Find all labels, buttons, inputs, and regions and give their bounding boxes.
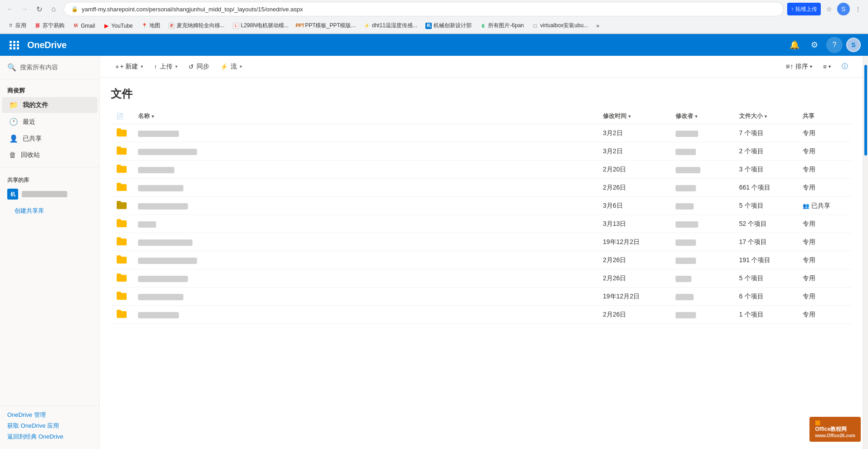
row-modifier-cell: [670, 197, 734, 215]
view-button[interactable]: ≡ ▾: [819, 61, 834, 72]
sidebar-item-recycle[interactable]: 🗑 回收站: [2, 147, 98, 163]
bookmark-dht11[interactable]: ⚡ dht11温湿度传感...: [360, 20, 421, 32]
file-name[interactable]: [138, 149, 197, 155]
row-modified-cell: 2月20日: [597, 161, 670, 179]
file-name[interactable]: [138, 203, 188, 210]
notification-button[interactable]: 🔔: [786, 37, 803, 53]
row-checkbox-cell: [111, 288, 133, 306]
scrollbar-track[interactable]: [863, 56, 868, 449]
row-name-cell[interactable]: [133, 288, 597, 306]
bookmark-gmail[interactable]: M Gmail: [69, 20, 99, 32]
table-row[interactable]: 3月13日 52 个项目 专用: [111, 215, 852, 233]
bookmark-suning[interactable]: 苏 苏宁易购: [31, 20, 68, 32]
size-sort-icon: ▾: [764, 114, 767, 119]
file-name[interactable]: [138, 239, 192, 246]
gmail-icon: M: [73, 23, 79, 29]
info-button[interactable]: ⓘ: [838, 61, 852, 73]
refresh-button[interactable]: ↻: [33, 3, 45, 15]
back-button[interactable]: ←: [4, 3, 16, 15]
row-name-cell[interactable]: [133, 306, 597, 324]
row-name-cell[interactable]: [133, 179, 597, 197]
row-name-cell[interactable]: [133, 269, 597, 288]
folder-type-icon: [116, 182, 127, 191]
col-header-modified[interactable]: 修改时间 ▾: [597, 108, 670, 124]
sidebar-get-app-link[interactable]: 获取 OneDrive 应用: [7, 420, 92, 431]
sync-button[interactable]: ↺ 同步: [184, 60, 214, 73]
forward-button[interactable]: →: [18, 3, 31, 15]
table-row[interactable]: 2月26日 661 个项目 专用: [111, 179, 852, 197]
file-name[interactable]: [138, 276, 188, 282]
row-name-cell[interactable]: [133, 215, 597, 233]
create-library-link[interactable]: 创建共享库: [7, 204, 51, 218]
file-name[interactable]: [138, 294, 183, 300]
row-name-cell[interactable]: [133, 161, 597, 179]
sort-button[interactable]: ≡↑ 排序 ▾: [782, 61, 815, 73]
table-header-row: 📄 名称 ▾ 修改时间 ▾: [111, 108, 852, 124]
row-name-cell[interactable]: [133, 233, 597, 251]
avatar[interactable]: S: [846, 38, 861, 52]
bookmark-l298n[interactable]: L L298N电机驱动模...: [229, 20, 292, 32]
home-button[interactable]: ⌂: [47, 3, 60, 15]
col-header-name[interactable]: 名称 ▾: [133, 108, 597, 124]
menu-button[interactable]: ⋮: [852, 3, 864, 15]
sidebar-shared-label: 已共享: [23, 135, 42, 143]
folder-type-icon: [116, 273, 127, 282]
row-name-cell[interactable]: [133, 197, 597, 215]
sidebar-item-myfiles[interactable]: 📁 我的文件: [2, 97, 98, 113]
table-row[interactable]: 2月26日 5 个项目 专用: [111, 269, 852, 288]
office-badge[interactable]: 🟧 Office教程网 www.Office26.com: [809, 417, 861, 442]
table-row[interactable]: 3月2日 7 个项目 专用: [111, 124, 852, 142]
bookmark-jx[interactable]: 机 机械创新设计部: [422, 20, 475, 32]
file-name[interactable]: [138, 312, 179, 318]
file-name[interactable]: [138, 258, 197, 264]
col-header-checkbox[interactable]: 📄: [111, 108, 133, 124]
sidebar-classic-link[interactable]: 返回到经典 OneDrive: [7, 431, 92, 442]
sync-icon: ↺: [188, 63, 194, 70]
flow-button[interactable]: ⚡ 流 ▾: [216, 60, 247, 73]
col-header-modifier[interactable]: 修改者 ▾: [670, 108, 734, 124]
table-row[interactable]: 19年12月2日 17 个项目 专用: [111, 233, 852, 251]
row-name-cell[interactable]: [133, 124, 597, 142]
tuya-upload-button[interactable]: ↑ 拓维上传: [787, 3, 821, 15]
row-name-cell[interactable]: [133, 142, 597, 161]
file-name[interactable]: [138, 167, 174, 173]
bookmark-maps[interactable]: 📍 地图: [138, 20, 164, 32]
file-name[interactable]: [138, 221, 156, 228]
folder-icon: 📁: [9, 101, 18, 109]
waffle-menu-button[interactable]: [7, 38, 22, 52]
table-row[interactable]: 3月2日 2 个项目 专用: [111, 142, 852, 161]
office-badge-line2: www.Office26.com: [815, 433, 855, 438]
col-header-size[interactable]: 文件大小 ▾: [734, 108, 797, 124]
bookmark-youtube[interactable]: ▶ YouTube: [99, 20, 136, 32]
bookmark-vbox[interactable]: □ virtualbox安装ubu...: [528, 20, 592, 32]
bookmark-ppt[interactable]: PPT PPT模板_PPT模版...: [293, 20, 359, 32]
file-name[interactable]: [138, 185, 183, 191]
bookmark-button[interactable]: ☆: [823, 3, 835, 15]
folder-type-icon: [116, 237, 127, 246]
table-row[interactable]: 19年12月2日 6 个项目 专用: [111, 288, 852, 306]
sidebar-item-shared[interactable]: 👤 已共享: [2, 131, 98, 146]
upload-button[interactable]: ↑ 上传 ▾: [149, 60, 182, 73]
bookmark-meco[interactable]: 麦 麦克纳姆轮全向移...: [165, 20, 228, 32]
help-button[interactable]: ?: [826, 37, 843, 53]
profile-button[interactable]: S: [837, 3, 850, 15]
search-box[interactable]: 🔍 搜索所有内容: [0, 59, 99, 75]
table-row[interactable]: 3月6日 5 个项目 👥 已共享: [111, 197, 852, 215]
bookmark-photos[interactable]: 6 所有图片-6pan: [476, 20, 528, 32]
shared-library-item[interactable]: 机: [0, 186, 99, 202]
file-name[interactable]: [138, 131, 179, 137]
row-name-cell[interactable]: [133, 251, 597, 269]
row-modified-cell: 2月26日: [597, 306, 670, 324]
scrollbar-thumb[interactable]: [864, 65, 867, 156]
address-bar[interactable]: 🔒 yamff-my.sharepoint.com/personal/shang…: [64, 2, 784, 16]
settings-button[interactable]: ⚙: [806, 37, 823, 53]
table-row[interactable]: 2月26日 191 个项目 专用: [111, 251, 852, 269]
bookmark-more[interactable]: »: [592, 20, 603, 32]
table-row[interactable]: 2月20日 3 个项目 专用: [111, 161, 852, 179]
sidebar-manage-link[interactable]: OneDrive 管理: [7, 410, 92, 420]
onedrive-logo: OneDrive: [27, 40, 67, 50]
sidebar-item-recent[interactable]: 🕐 最近: [2, 114, 98, 130]
bookmark-apps[interactable]: ⠿ 应用: [4, 20, 30, 32]
table-row[interactable]: 2月26日 1 个项目 专用: [111, 306, 852, 324]
new-button[interactable]: + + 新建 ▾: [111, 60, 148, 73]
